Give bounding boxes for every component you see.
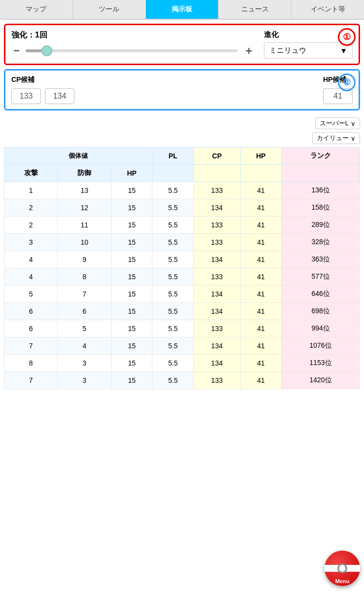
cell-atk: 1 — [4, 182, 58, 199]
cell-hp-stat: 15 — [111, 303, 152, 320]
cell-cp: 134 — [193, 303, 240, 320]
slider-area: − ＋ — [11, 45, 256, 56]
cell-hp2: 41 — [240, 372, 281, 389]
table-row: 6 6 15 5.5 134 41 698位 — [4, 303, 360, 320]
cell-hp2: 41 — [240, 286, 281, 303]
league-label: スーパーL — [320, 119, 349, 128]
rank-header: ランク — [282, 148, 360, 165]
cell-rank: 289位 — [282, 217, 360, 234]
cell-cp: 134 — [193, 251, 240, 268]
table-row: 4 8 15 5.5 133 41 577位 — [4, 268, 360, 286]
table-row: 1 13 15 5.5 133 41 136位 — [4, 182, 360, 199]
table-row: 6 5 15 5.5 133 41 994位 — [4, 320, 360, 337]
tab-news[interactable]: ニュース — [218, 0, 291, 19]
cell-atk: 7 — [4, 337, 58, 355]
cell-pl: 5.5 — [152, 372, 193, 389]
cp-hp-section: CP候補 133 134 HP候補 41 ② — [4, 69, 360, 111]
cell-def: 3 — [58, 372, 111, 389]
individual-header: 個体値 — [4, 148, 152, 165]
top-navigation: マップ ツール 掲示板 ニュース イベント等 — [0, 0, 364, 20]
tab-event[interactable]: イベント等 — [291, 0, 364, 19]
cell-hp-stat: 15 — [111, 337, 152, 355]
table-body: 1 13 15 5.5 133 41 136位 2 12 15 5.5 134 … — [4, 182, 360, 389]
iv-table: 個体値 PL CP HP ランク 攻撃 防御 HP 1 — [4, 147, 360, 389]
cp-hp-row: CP候補 133 134 HP候補 41 — [11, 75, 353, 104]
slider-minus[interactable]: − — [11, 45, 22, 56]
cell-def: 8 — [58, 268, 111, 286]
section-badge-1: ① — [338, 28, 356, 46]
cp-label: CP候補 — [11, 75, 313, 84]
cell-hp-stat: 15 — [111, 320, 152, 337]
table-row: 7 3 15 5.5 133 41 1420位 — [4, 372, 360, 389]
cell-pl: 5.5 — [152, 251, 193, 268]
cell-hp2: 41 — [240, 303, 281, 320]
cell-def: 5 — [58, 320, 111, 337]
cell-hp2: 41 — [240, 268, 281, 286]
cp-header: CP — [193, 148, 240, 165]
evolution-label: 進化 — [264, 30, 279, 39]
cell-pl: 5.5 — [152, 217, 193, 234]
cell-pl: 5.5 — [152, 199, 193, 217]
cell-cp: 134 — [193, 286, 240, 303]
cell-cp: 133 — [193, 372, 240, 389]
section-badge-2: ② — [338, 74, 356, 91]
iv-table-section: スーパーL ∨ カイリュー ∨ 個体値 PL CP HP ランク 攻撃 防御 H… — [4, 114, 360, 389]
cell-rank: 1153位 — [282, 355, 360, 372]
cell-atk: 4 — [4, 268, 58, 286]
cell-cp: 133 — [193, 320, 240, 337]
cell-atk: 6 — [4, 303, 58, 320]
power-up-title: 強化：1回 — [11, 30, 256, 40]
slider-track[interactable] — [26, 49, 237, 52]
cell-rank: 328位 — [282, 234, 360, 251]
slider-plus[interactable]: ＋ — [241, 45, 256, 56]
cell-cp: 134 — [193, 337, 240, 355]
evolution-select[interactable]: ミニリュウ ▼ — [264, 42, 353, 59]
cell-pl: 5.5 — [152, 355, 193, 372]
cell-hp2: 41 — [240, 217, 281, 234]
cell-def: 13 — [58, 182, 111, 199]
cp-sub-header — [193, 165, 240, 182]
cell-pl: 5.5 — [152, 320, 193, 337]
slider-thumb[interactable] — [41, 45, 52, 56]
cell-hp-stat: 15 — [111, 199, 152, 217]
cell-def: 10 — [58, 234, 111, 251]
table-row: 3 10 15 5.5 133 41 328位 — [4, 234, 360, 251]
cell-rank: 646位 — [282, 286, 360, 303]
cp-value-boxes: 133 134 — [11, 88, 313, 104]
tab-tool[interactable]: ツール — [73, 0, 146, 19]
cell-def: 4 — [58, 337, 111, 355]
cell-pl: 5.5 — [152, 234, 193, 251]
tab-map[interactable]: マップ — [0, 0, 73, 19]
hp-header: HP — [240, 148, 281, 165]
cell-rank: 158位 — [282, 199, 360, 217]
cell-cp: 133 — [193, 268, 240, 286]
cell-rank: 994位 — [282, 320, 360, 337]
cell-def: 12 — [58, 199, 111, 217]
cell-hp-stat: 15 — [111, 355, 152, 372]
cell-hp2: 41 — [240, 251, 281, 268]
tab-board[interactable]: 掲示板 — [146, 0, 219, 19]
cell-def: 9 — [58, 251, 111, 268]
hp-sub-header — [240, 165, 281, 182]
cell-rank: 363位 — [282, 251, 360, 268]
chevron-down-icon: ▼ — [340, 46, 347, 55]
table-row: 4 9 15 5.5 134 41 363位 — [4, 251, 360, 268]
table-row: 8 3 15 5.5 134 41 1153位 — [4, 355, 360, 372]
cell-hp2: 41 — [240, 355, 281, 372]
pokemon-dropdown[interactable]: カイリュー ∨ — [312, 132, 360, 144]
evolution-value: ミニリュウ — [269, 46, 306, 55]
league-dropdown[interactable]: スーパーL ∨ — [315, 117, 360, 129]
cp-area: CP候補 133 134 — [11, 75, 313, 104]
cell-rank: 136位 — [282, 182, 360, 199]
cell-hp-stat: 15 — [111, 372, 152, 389]
cell-def: 6 — [58, 303, 111, 320]
cell-hp2: 41 — [240, 182, 281, 199]
hp-stat-header: HP — [111, 165, 152, 182]
pl-sub-header — [152, 165, 193, 182]
cell-pl: 5.5 — [152, 303, 193, 320]
def-header: 防御 — [58, 165, 111, 182]
cell-atk: 4 — [4, 251, 58, 268]
cell-rank: 577位 — [282, 268, 360, 286]
cell-hp-stat: 15 — [111, 182, 152, 199]
cell-rank: 1076位 — [282, 337, 360, 355]
